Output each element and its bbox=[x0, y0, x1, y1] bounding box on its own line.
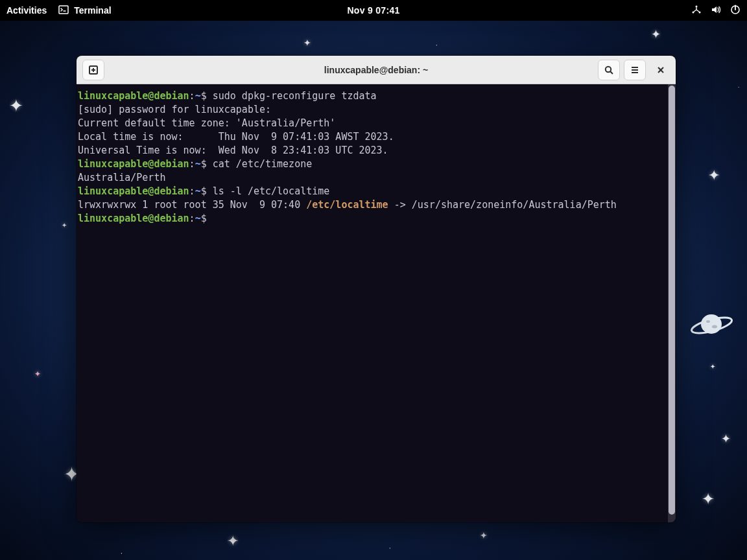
active-app-indicator[interactable]: Terminal bbox=[58, 5, 111, 17]
power-icon[interactable] bbox=[730, 5, 741, 17]
window-title-bar[interactable]: linuxcapable@debian: ~ bbox=[77, 56, 676, 84]
terminal-scrollbar[interactable] bbox=[668, 84, 676, 522]
planet-decoration bbox=[689, 311, 734, 337]
terminal-line: Current default time zone: 'Australia/Pe… bbox=[78, 117, 668, 130]
terminal-line: [sudo] password for linuxcapable: bbox=[78, 103, 668, 117]
svg-rect-4 bbox=[59, 6, 68, 14]
terminal-line: Australia/Perth bbox=[78, 171, 668, 185]
activities-button[interactable]: Activities bbox=[6, 5, 47, 16]
terminal-line: Local time is now: Thu Nov 9 07:41:03 AW… bbox=[78, 130, 668, 144]
terminal-output[interactable]: linuxcapable@debian:~$ sudo dpkg-reconfi… bbox=[77, 84, 668, 522]
terminal-icon bbox=[58, 5, 69, 17]
svg-point-3 bbox=[712, 325, 717, 329]
svg-point-1 bbox=[690, 314, 733, 336]
terminal-line: lrwxrwxrwx 1 root root 35 Nov 9 07:40 /e… bbox=[78, 198, 668, 212]
close-button[interactable] bbox=[650, 60, 672, 80]
terminal-window: linuxcapable@debian: ~ linuxcapable@debi… bbox=[77, 56, 676, 522]
svg-line-15 bbox=[610, 71, 613, 74]
terminal-line: linuxcapable@debian:~$ cat /etc/timezone bbox=[78, 158, 668, 171]
terminal-line: Universal Time is now: Wed Nov 8 23:41:0… bbox=[78, 144, 668, 158]
search-button[interactable] bbox=[598, 60, 620, 80]
svg-point-14 bbox=[606, 66, 611, 71]
svg-point-2 bbox=[706, 320, 710, 323]
gnome-top-bar: Activities Terminal Nov 9 07:41 bbox=[0, 0, 747, 21]
clock[interactable]: Nov 9 07:41 bbox=[347, 5, 399, 16]
scrollbar-thumb[interactable] bbox=[669, 86, 675, 515]
terminal-line: linuxcapable@debian:~$ bbox=[78, 212, 668, 226]
hamburger-menu-button[interactable] bbox=[624, 60, 646, 80]
window-title: linuxcapable@debian: ~ bbox=[324, 65, 428, 75]
active-app-name: Terminal bbox=[74, 5, 111, 16]
network-icon[interactable] bbox=[691, 5, 702, 17]
svg-point-0 bbox=[701, 314, 722, 334]
terminal-line: linuxcapable@debian:~$ ls -l /etc/localt… bbox=[78, 185, 668, 198]
volume-icon[interactable] bbox=[711, 5, 721, 17]
terminal-line: linuxcapable@debian:~$ sudo dpkg-reconfi… bbox=[78, 89, 668, 103]
new-tab-button[interactable] bbox=[82, 60, 104, 80]
svg-point-6 bbox=[696, 5, 698, 7]
